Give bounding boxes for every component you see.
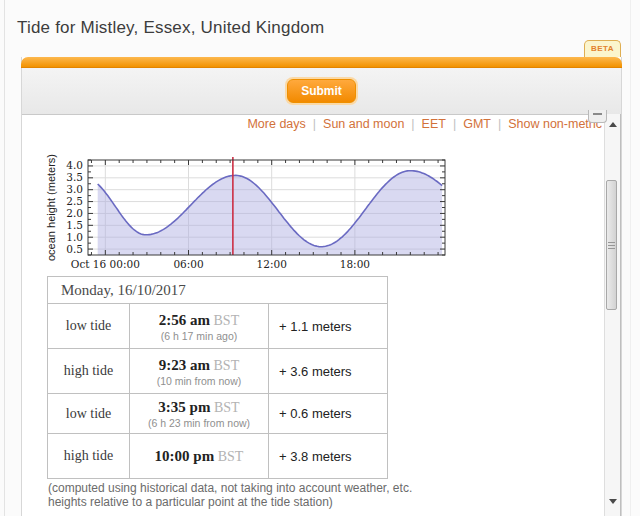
timezone-label: BST xyxy=(210,313,239,328)
tide-row: high tide10:00 pm BST+ 3.8 meters xyxy=(48,434,388,479)
form-area: Submit xyxy=(22,68,621,115)
timezone-label: BST xyxy=(210,400,239,415)
scroll-down-button[interactable] xyxy=(605,493,620,509)
tide-panel: Submit More days|Sun and moon|EET|GMT|Sh… xyxy=(21,57,622,516)
tide-type-cell: high tide xyxy=(48,349,130,394)
relative-time: (6 h 23 min from now) xyxy=(130,417,268,429)
link-separator: | xyxy=(404,117,421,131)
link-separator: | xyxy=(306,117,323,131)
link-separator: | xyxy=(491,117,508,131)
page-title: Tide for Mistley, Essex, United Kingdom xyxy=(17,18,324,38)
footnote: (computed using historical data, not tak… xyxy=(48,482,412,509)
tide-row: low tide3:35 pm BST(6 h 23 min from now)… xyxy=(48,394,388,434)
page-right-border xyxy=(630,0,631,516)
content-area: More days|Sun and moon|EET|GMT|Show non-… xyxy=(22,115,621,516)
beta-badge-label: BETA xyxy=(591,44,614,53)
tide-table: Monday, 16/10/2017 low tide2:56 am BST(6… xyxy=(47,276,388,479)
y-tick-label: 0.5 xyxy=(66,243,83,255)
footnote-line-1: (computed using historical data, not tak… xyxy=(48,482,412,496)
tide-chart-svg: 0.51.01.52.02.53.03.54.0Oct 16 00:0006:0… xyxy=(45,146,460,274)
timezone-label: BST xyxy=(214,449,243,464)
y-tick-label: 4.0 xyxy=(66,159,83,171)
x-tick-label: 06:00 xyxy=(173,258,203,270)
beta-badge: BETA xyxy=(584,40,621,57)
tide-time: 3:35 pm xyxy=(158,399,210,415)
x-tick-label: 18:00 xyxy=(340,258,370,270)
timezone-label: BST xyxy=(210,358,239,373)
relative-time: (6 h 17 min ago) xyxy=(130,330,268,342)
tide-height-cell: + 1.1 meters xyxy=(269,304,388,349)
panel-top-bar xyxy=(21,57,622,68)
nav-links-row: More days|Sun and moon|EET|GMT|Show non-… xyxy=(162,117,602,134)
arrow-down-icon xyxy=(609,499,617,504)
nav-link-sun-and-moon[interactable]: Sun and moon xyxy=(323,117,404,131)
tide-time-cell: 2:56 am BST(6 h 17 min ago) xyxy=(130,304,269,349)
scroll-up-button[interactable] xyxy=(605,116,620,132)
tide-time-cell: 10:00 pm BST xyxy=(130,434,269,479)
nav-link-more-days[interactable]: More days xyxy=(247,117,305,131)
scrollbar-thumb[interactable] xyxy=(606,180,617,310)
tide-row: high tide9:23 am BST(10 min from now)+ 3… xyxy=(48,349,388,394)
y-tick-label: 3.5 xyxy=(66,171,83,183)
y-tick-label: 1.5 xyxy=(66,219,83,231)
x-tick-label: Oct 16 00:00 xyxy=(71,258,140,270)
y-tick-label: 1.0 xyxy=(66,231,83,243)
table-date-row: Monday, 16/10/2017 xyxy=(48,277,388,304)
tide-time-cell: 9:23 am BST(10 min from now) xyxy=(130,349,269,394)
tide-time: 2:56 am xyxy=(159,312,210,328)
y-tick-label: 2.0 xyxy=(66,207,83,219)
tide-chart: 0.51.01.52.02.53.03.54.0Oct 16 00:0006:0… xyxy=(45,146,460,274)
y-tick-label: 3.0 xyxy=(66,183,83,195)
tide-height-cell: + 3.6 meters xyxy=(269,349,388,394)
page-left-border xyxy=(4,0,5,516)
tide-type-cell: low tide xyxy=(48,394,130,434)
footnote-line-2: heights relative to a particular point a… xyxy=(48,496,412,510)
tide-type-cell: high tide xyxy=(48,434,130,479)
tide-height-cell: + 0.6 meters xyxy=(269,394,388,434)
y-axis-label: ocean height (meters) xyxy=(45,154,57,261)
link-separator: | xyxy=(446,117,463,131)
page: Tide for Mistley, Essex, United Kingdom … xyxy=(0,0,640,516)
collapse-handle[interactable] xyxy=(588,110,607,123)
nav-link-gmt[interactable]: GMT xyxy=(463,117,491,131)
nav-link-eet[interactable]: EET xyxy=(422,117,446,131)
x-tick-label: 12:00 xyxy=(257,258,287,270)
date-header: Monday, 16/10/2017 xyxy=(48,277,388,304)
tide-time-cell: 3:35 pm BST(6 h 23 min from now) xyxy=(130,394,269,434)
collapse-handle-dash-icon xyxy=(593,113,602,115)
tide-time: 9:23 am xyxy=(159,357,210,373)
tide-time: 10:00 pm xyxy=(155,448,215,464)
scrollbar-grip-icon xyxy=(608,245,615,246)
tide-type-cell: low tide xyxy=(48,304,130,349)
arrow-up-icon xyxy=(609,122,617,127)
vertical-scrollbar[interactable] xyxy=(604,114,621,516)
tide-row: low tide2:56 am BST(6 h 17 min ago)+ 1.1… xyxy=(48,304,388,349)
y-tick-label: 2.5 xyxy=(66,195,83,207)
tide-height-cell: + 3.8 meters xyxy=(269,434,388,479)
submit-button[interactable]: Submit xyxy=(287,79,356,103)
relative-time: (10 min from now) xyxy=(130,375,268,387)
